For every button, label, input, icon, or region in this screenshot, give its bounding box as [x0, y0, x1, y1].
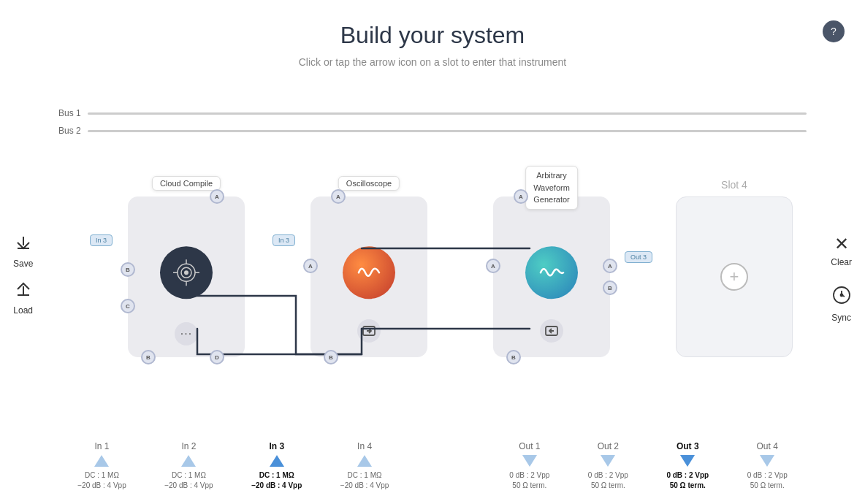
bus-1-line	[88, 112, 807, 115]
bus-2-label: Bus 2	[58, 126, 88, 136]
slot-1-device-icon	[160, 246, 213, 299]
channel-out1: Out 1 0 dB : 2 Vpp50 Ω term.	[509, 441, 549, 491]
slot-2-device-icon	[343, 246, 395, 299]
slot-3-device-icon	[525, 246, 578, 299]
slot-3-connector-b-bottom: B	[506, 350, 521, 364]
slot-4-card: +	[676, 196, 793, 357]
channel-in1-label: In 1	[94, 441, 109, 451]
page-title: Build your system	[0, 0, 865, 49]
slot-1-wrapper: Slot 1 Cloud Compile	[128, 179, 245, 357]
channel-in3: In 3 DC : 1 MΩ−20 dB : 4 Vpp	[251, 441, 302, 491]
channel-out1-label: Out 1	[519, 441, 540, 451]
slot-3-tooltip: ArbitraryWaveformGenerator	[525, 166, 578, 210]
slot-1-connector-a-top: A	[210, 189, 224, 204]
slot-1-more-button[interactable]: ···	[175, 322, 198, 345]
slot-2-wrapper: Slot 2 Oscilloscope	[310, 179, 427, 357]
channel-out3-arrow	[680, 455, 695, 467]
clear-label: Clear	[831, 257, 852, 267]
channel-out3-desc: 0 dB : 2 Vpp50 Ω term.	[666, 470, 709, 491]
slot-4-label: Slot 4	[721, 179, 747, 191]
save-icon	[15, 234, 32, 256]
more-dots-icon: ···	[180, 327, 192, 340]
slot-3-out3-tag: Out 3	[625, 251, 652, 263]
channel-in1-arrow	[94, 455, 109, 467]
channel-out4-arrow	[760, 455, 774, 467]
sync-button[interactable]: Sync	[831, 285, 852, 323]
channel-in4-arrow	[357, 455, 372, 467]
bus-container: Bus 1 Bus 2	[58, 108, 807, 143]
channel-out2-arrow	[601, 455, 615, 467]
channel-in1: In 1 DC : 1 MΩ−20 dB : 4 Vpp	[77, 441, 126, 491]
clear-icon: ✕	[834, 234, 849, 254]
slot-3-io-icon	[540, 319, 563, 343]
right-sidebar: ✕ Clear Sync	[831, 234, 852, 323]
slot-4-empty[interactable]: +	[676, 196, 793, 357]
slot-1-connector-b-left: B	[121, 262, 135, 277]
slot-2-in3-tag: In 3	[273, 234, 295, 246]
save-label: Save	[13, 259, 33, 269]
clear-button[interactable]: ✕ Clear	[831, 234, 852, 267]
slot-2-io-icon	[357, 319, 381, 343]
slot-1-connector-b-bottom: B	[141, 350, 156, 364]
left-sidebar: Save Load	[13, 234, 33, 316]
channel-in2-arrow	[181, 455, 196, 467]
slot-3-wrapper: Slot 3 ArbitraryWaveformGenerator	[493, 179, 610, 357]
sync-label: Sync	[831, 313, 851, 323]
bus-2-row: Bus 2	[58, 126, 807, 136]
slot-1-connector-c: C	[121, 299, 135, 313]
channel-out2: Out 2 0 dB : 2 Vpp50 Ω term.	[588, 441, 628, 491]
channel-out4-label: Out 4	[757, 441, 778, 451]
channel-out3-label: Out 3	[677, 441, 699, 451]
channel-in4-label: In 4	[357, 441, 372, 451]
slot-2-connector-a-left: A	[303, 259, 318, 273]
channel-out1-desc: 0 dB : 2 Vpp50 Ω term.	[509, 470, 549, 491]
channel-in2-label: In 2	[181, 441, 196, 451]
slot-3-connector-a-left: A	[486, 259, 500, 273]
load-button[interactable]: Load	[13, 280, 33, 316]
slot-1-connector-d: D	[210, 350, 224, 364]
bus-2-line	[88, 130, 807, 132]
slot-3-connector-a-top: A	[514, 189, 528, 204]
channel-in3-label: In 3	[269, 441, 284, 451]
channel-in1-desc: DC : 1 MΩ−20 dB : 4 Vpp	[77, 470, 126, 491]
sync-icon	[831, 285, 852, 310]
channel-in3-arrow	[270, 455, 284, 467]
add-slot-button[interactable]: +	[720, 263, 748, 291]
channel-in3-desc: DC : 1 MΩ−20 dB : 4 Vpp	[251, 470, 302, 491]
page-subtitle: Click or tap the arrow icon on a slot to…	[0, 56, 865, 68]
slot-2-connector-b-bottom: B	[324, 350, 338, 364]
slot-3-connector-a-right: A	[603, 259, 617, 273]
slot-1-tooltip: Cloud Compile	[152, 176, 221, 191]
channel-out3: Out 3 0 dB : 2 Vpp50 Ω term.	[666, 441, 709, 491]
channel-out4: Out 4 0 dB : 2 Vpp50 Ω term.	[747, 441, 788, 491]
load-label: Load	[13, 305, 33, 316]
channel-out2-desc: 0 dB : 2 Vpp50 Ω term.	[588, 470, 628, 491]
bottom-channels: In 1 DC : 1 MΩ−20 dB : 4 Vpp In 2 DC : 1…	[58, 441, 807, 491]
channel-in4: In 4 DC : 1 MΩ−20 dB : 4 Vpp	[340, 441, 389, 491]
slot-3-card: ArbitraryWaveformGenerator A	[493, 196, 610, 357]
channel-in2-desc: DC : 1 MΩ−20 dB : 4 Vpp	[164, 470, 213, 491]
save-button[interactable]: Save	[13, 234, 33, 269]
svg-point-1	[840, 294, 842, 297]
slot-1-card: Cloud Compile ···	[128, 196, 245, 357]
slot-4-wrapper: Slot 4 +	[676, 179, 793, 357]
slot-1-in3-tag: In 3	[90, 234, 113, 246]
svg-point-5	[184, 270, 188, 275]
bus-1-row: Bus 1	[58, 108, 807, 118]
channel-out4-desc: 0 dB : 2 Vpp50 Ω term.	[747, 470, 788, 491]
channel-out1-arrow	[522, 455, 537, 467]
help-button[interactable]: ?	[823, 20, 845, 42]
slot-2-card: Oscilloscope A A	[310, 196, 427, 357]
slot-2-connector-a-top: A	[331, 189, 346, 204]
channel-out2-label: Out 2	[598, 441, 619, 451]
slot-2-tooltip: Oscilloscope	[338, 176, 400, 191]
load-icon	[15, 280, 32, 302]
slot-3-connector-b-right: B	[603, 280, 617, 295]
bus-1-label: Bus 1	[58, 108, 88, 118]
channel-in4-desc: DC : 1 MΩ−20 dB : 4 Vpp	[340, 470, 389, 491]
channel-in2: In 2 DC : 1 MΩ−20 dB : 4 Vpp	[164, 441, 213, 491]
